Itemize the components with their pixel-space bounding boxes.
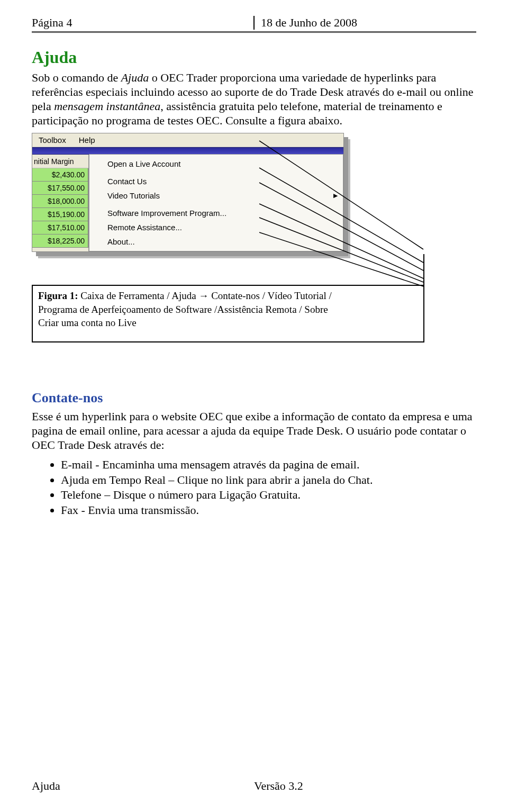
- submenu-arrow-icon: ▶: [333, 192, 338, 199]
- footer-left: Ajuda: [32, 779, 254, 793]
- menubar: Toolbox Help: [32, 133, 343, 147]
- contate-body: Esse é um hyperlink para o website OEC q…: [32, 409, 476, 452]
- header-rule: [32, 31, 476, 33]
- figure-label: Figura 1:: [38, 290, 78, 301]
- margin-cell: $18,000.00: [32, 195, 88, 208]
- ajuda-body: Sob o comando de Ajuda o OEC Trader prop…: [32, 70, 476, 128]
- list-item: E-mail - Encaminha uma mensagem através …: [61, 457, 476, 472]
- margin-cell: $17,510.00: [32, 221, 88, 234]
- list-item: Ajuda em Tempo Real – Clique no link par…: [61, 473, 476, 488]
- dd-open-live-account[interactable]: Open a Live Account: [89, 157, 343, 171]
- margin-cell: $18,225.00: [32, 234, 88, 248]
- list-item: Fax - Envia uma transmissão.: [61, 503, 476, 518]
- list-item: Telefone – Disque o número para Ligação …: [61, 488, 476, 502]
- dd-video-tutorials-label: Video Tutorials: [107, 191, 160, 200]
- figure-line3: Criar uma conta no Live: [38, 317, 137, 328]
- screenshot-figure: Toolbox Help nitial Margin $2,430.00 $17…: [32, 133, 348, 256]
- contate-list: E-mail - Encaminha uma mensagem através …: [32, 457, 476, 517]
- dd-video-tutorials[interactable]: Video Tutorials ▶: [89, 188, 343, 203]
- page-number: Página 4: [32, 16, 247, 30]
- page-date: 18 de Junho de 2008: [261, 16, 476, 30]
- margin-cell: $17,550.00: [32, 182, 88, 195]
- menu-help[interactable]: Help: [72, 134, 102, 146]
- figure-connector-line: [423, 254, 424, 286]
- dd-software-improvement[interactable]: Software Improvement Program...: [89, 206, 343, 220]
- dd-about[interactable]: About...: [89, 234, 343, 249]
- margin-column: nitial Margin $2,430.00 $17,550.00 $18,0…: [32, 155, 89, 251]
- figure-line1: Caixa de Ferramenta / Ajuda → Contate-no…: [78, 290, 331, 301]
- margin-header: nitial Margin: [32, 155, 88, 168]
- figure-caption-box: Figura 1: Caixa de Ferramenta / Ajuda → …: [32, 285, 424, 342]
- section-title-contate: Contate-nos: [32, 390, 476, 406]
- figure-line2: Programa de Aperfeiçoamento de Software …: [38, 304, 328, 315]
- margin-cell: $15,190.00: [32, 208, 88, 221]
- page-header: Página 4 18 de Junho de 2008: [32, 16, 476, 30]
- header-separator: [253, 16, 255, 30]
- margin-cell: $2,430.00: [32, 168, 88, 182]
- help-dropdown: Open a Live Account Contact Us Video Tut…: [89, 154, 343, 251]
- dd-remote-assistance[interactable]: Remote Assistance...: [89, 220, 343, 234]
- dd-contact-us[interactable]: Contact Us: [89, 174, 343, 188]
- title-strip: [32, 147, 343, 155]
- menu-toolbox[interactable]: Toolbox: [32, 134, 72, 146]
- page-footer: Ajuda Versão 3.2: [32, 779, 476, 793]
- section-title-ajuda: Ajuda: [32, 48, 476, 67]
- footer-center: Versão 3.2: [254, 779, 476, 793]
